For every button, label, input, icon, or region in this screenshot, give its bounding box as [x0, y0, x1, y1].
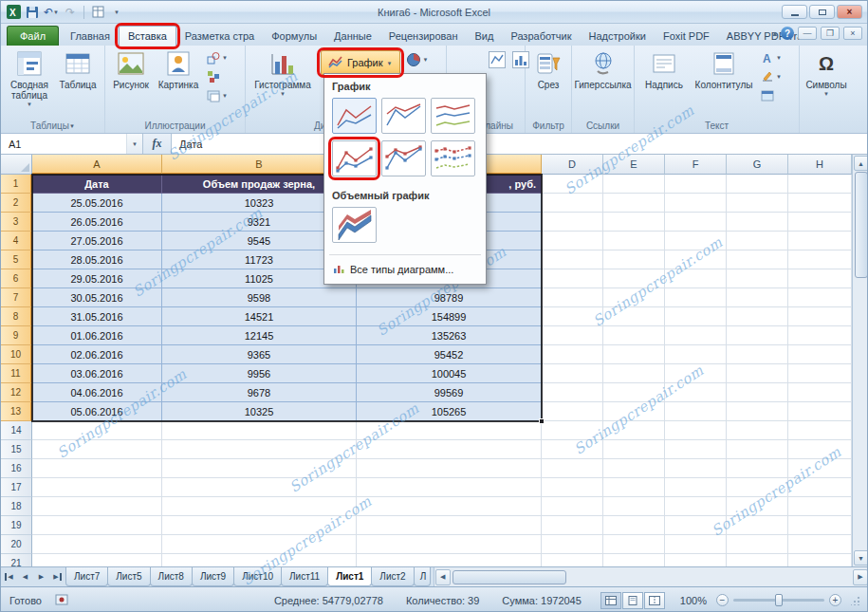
row-header-19[interactable]: 19	[1, 516, 32, 535]
cell-E21[interactable]	[603, 554, 665, 566]
cell-B11[interactable]: 9956	[162, 364, 357, 383]
cell-F2[interactable]	[665, 194, 727, 213]
cell-H5[interactable]	[788, 250, 852, 269]
cell-G20[interactable]	[727, 535, 788, 554]
row-header-18[interactable]: 18	[1, 497, 32, 516]
cell-G1[interactable]	[727, 175, 788, 194]
cell-H21[interactable]	[788, 554, 852, 566]
sheet-tab-Лист11[interactable]: Лист11	[281, 567, 328, 586]
cell-F16[interactable]	[665, 459, 727, 478]
collapse-ribbon-icon[interactable]: ▴	[772, 28, 777, 38]
cell-C15[interactable]	[357, 440, 542, 459]
name-box-arrow-icon[interactable]: ▼	[126, 134, 142, 154]
cell-G6[interactable]	[727, 269, 788, 288]
cell-E1[interactable]	[603, 175, 665, 194]
chart-type-stacked-line-100[interactable]	[431, 98, 475, 134]
select-all-corner[interactable]	[1, 155, 32, 175]
sheet-tab-Л[interactable]: Л	[414, 567, 431, 586]
cell-F10[interactable]	[665, 345, 727, 364]
cell-A8[interactable]: 31.05.2016	[32, 307, 162, 326]
cell-D19[interactable]	[542, 516, 603, 535]
tab-Разметка стра[interactable]: Разметка стра	[176, 26, 263, 46]
cell-E19[interactable]	[603, 516, 665, 535]
cell-B21[interactable]	[162, 554, 357, 566]
cell-F14[interactable]	[665, 421, 727, 440]
cell-A3[interactable]: 26.05.2016	[32, 213, 162, 232]
zoom-out-icon[interactable]: −	[716, 594, 729, 606]
workbook-restore-button[interactable]: ❐	[821, 27, 840, 40]
next-sheet-icon[interactable]: ▶	[33, 567, 49, 586]
cell-C12[interactable]: 99569	[357, 383, 542, 402]
cell-E18[interactable]	[603, 497, 665, 516]
cell-A21[interactable]	[32, 554, 162, 566]
cell-C8[interactable]: 154899	[357, 307, 542, 326]
cell-F1[interactable]	[665, 175, 727, 194]
tab-Надстройки[interactable]: Надстройки	[581, 26, 655, 46]
cell-D18[interactable]	[542, 497, 603, 516]
cell-A11[interactable]: 03.06.2016	[32, 364, 162, 383]
cell-G5[interactable]	[727, 250, 788, 269]
cell-B18[interactable]	[162, 497, 357, 516]
cell-C9[interactable]: 135263	[357, 326, 542, 345]
cell-D8[interactable]	[542, 307, 603, 326]
cell-H4[interactable]	[788, 232, 852, 250]
cell-E6[interactable]	[603, 269, 665, 288]
cell-D10[interactable]	[542, 345, 603, 364]
cell-A5[interactable]: 28.05.2016	[32, 250, 162, 269]
sheet-tab-Лист2[interactable]: Лист2	[371, 567, 414, 586]
chart-type-stacked-line-markers[interactable]	[381, 140, 426, 176]
cell-H10[interactable]	[788, 345, 852, 364]
cell-C10[interactable]: 95452	[357, 345, 542, 364]
cell-A19[interactable]	[32, 516, 162, 535]
cell-C13[interactable]: 105265	[357, 402, 542, 421]
cell-H9[interactable]	[788, 326, 852, 345]
tab-Главная[interactable]: Главная	[62, 26, 119, 46]
cell-G11[interactable]	[727, 364, 788, 383]
horizontal-scroll-thumb[interactable]	[452, 570, 566, 584]
cell-A1[interactable]: Дата	[32, 175, 162, 194]
cell-B10[interactable]: 9365	[162, 345, 357, 364]
cell-G18[interactable]	[727, 497, 788, 516]
cell-A6[interactable]: 29.05.2016	[32, 269, 162, 288]
cell-G21[interactable]	[727, 554, 788, 566]
help-icon[interactable]: ?	[781, 27, 794, 40]
cell-E3[interactable]	[603, 213, 665, 232]
sheet-tab-Лист5[interactable]: Лист5	[107, 567, 150, 586]
cell-G8[interactable]	[727, 307, 788, 326]
row-header-14[interactable]: 14	[1, 421, 32, 440]
cell-B16[interactable]	[162, 459, 357, 478]
cell-A15[interactable]	[32, 440, 162, 459]
pie-chart-button[interactable]: ▼	[404, 51, 431, 67]
cell-H18[interactable]	[788, 497, 852, 516]
cell-E2[interactable]	[603, 194, 665, 213]
cell-A20[interactable]	[32, 535, 162, 554]
table-button[interactable]: Таблица	[55, 47, 101, 92]
column-header-H[interactable]: H	[788, 155, 852, 175]
cell-E14[interactable]	[603, 421, 665, 440]
cell-C14[interactable]	[357, 421, 542, 440]
column-header-G[interactable]: G	[727, 155, 788, 175]
row-header-2[interactable]: 2	[1, 194, 32, 213]
cell-F5[interactable]	[665, 250, 727, 269]
cell-A2[interactable]: 25.05.2016	[32, 194, 162, 213]
textbox-button[interactable]: Надпись	[637, 47, 691, 92]
cell-H19[interactable]	[788, 516, 852, 535]
wordart-button[interactable]: A▼	[759, 49, 784, 65]
row-header-17[interactable]: 17	[1, 478, 32, 497]
cell-H11[interactable]	[788, 364, 852, 383]
cell-E4[interactable]	[603, 232, 665, 250]
cell-G9[interactable]	[727, 326, 788, 345]
vertical-scroll-thumb[interactable]	[855, 172, 868, 278]
cell-D2[interactable]	[542, 194, 603, 213]
column-header-F[interactable]: F	[665, 155, 727, 175]
cell-B13[interactable]: 10325	[162, 402, 357, 421]
row-header-15[interactable]: 15	[1, 440, 32, 459]
line-chart-button[interactable]: График ▼	[321, 50, 400, 75]
cell-C20[interactable]	[357, 535, 542, 554]
cell-E13[interactable]	[603, 402, 665, 421]
cell-E8[interactable]	[603, 307, 665, 326]
row-header-8[interactable]: 8	[1, 307, 32, 326]
cell-B20[interactable]	[162, 535, 357, 554]
tab-Вставка[interactable]: Вставка	[119, 26, 176, 46]
cell-E10[interactable]	[603, 345, 665, 364]
